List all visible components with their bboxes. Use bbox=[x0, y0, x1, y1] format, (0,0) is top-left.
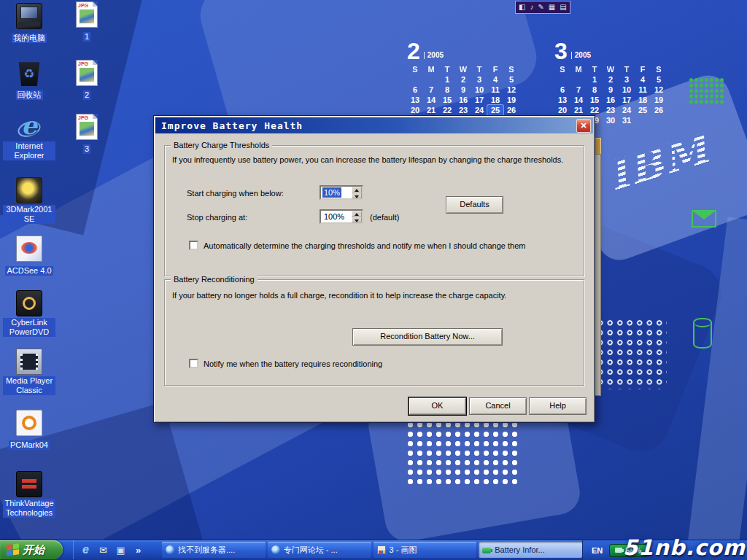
task-buttons: 找不到服务器....专门网论坛 - ...3 - 画图Battery Infor… bbox=[162, 542, 582, 558]
desktop-icon-label: Internet Explorer bbox=[3, 141, 55, 160]
jpg-file-icon: JPG bbox=[76, 60, 98, 86]
battery-reconditioning-group: Battery Reconditioning If your battery n… bbox=[164, 279, 584, 386]
pcmark-icon bbox=[16, 410, 42, 436]
desktop-file-label: 3 bbox=[83, 144, 90, 154]
battery-icon bbox=[482, 548, 491, 553]
3dmark-icon bbox=[16, 177, 42, 203]
start-charging-label: Start charging when below: bbox=[187, 189, 284, 198]
internet-explorer-icon bbox=[17, 115, 42, 140]
spinner-buttons bbox=[352, 211, 362, 222]
start-charging-value[interactable]: 10% bbox=[322, 187, 341, 198]
desktop-icon-label: 回收站 bbox=[16, 90, 43, 100]
taskbar-task-battery[interactable]: Battery Infor... bbox=[479, 542, 582, 558]
start-label: 开始 bbox=[23, 543, 44, 557]
my-computer-icon bbox=[16, 3, 42, 29]
down-arrow-icon bbox=[355, 195, 359, 198]
notify-reconditioning-label: Notify me when the battery requires reco… bbox=[204, 359, 572, 368]
grid-icon[interactable]: ▦ bbox=[549, 2, 555, 12]
jpg-file-icon: JPG bbox=[76, 1, 98, 28]
dialog-titlebar[interactable]: Improve Battery Health ✕ bbox=[155, 117, 593, 133]
desktop-icon-thinkvantage[interactable]: ThinkVantage Technologies bbox=[3, 471, 55, 518]
notify-reconditioning-checkbox[interactable] bbox=[189, 359, 198, 368]
desktop-icon-3dmark[interactable]: 3DMark2001 SE bbox=[3, 177, 55, 225]
help-button[interactable]: Help bbox=[529, 397, 587, 415]
show-desktop-icon[interactable]: ▣ bbox=[115, 545, 127, 556]
desktop-icon-pcmark[interactable]: PCMark04 bbox=[3, 410, 55, 451]
overflow-icon[interactable]: » bbox=[132, 545, 144, 556]
taskbar-task-forum[interactable]: 专门网论坛 - ... bbox=[268, 542, 371, 558]
powerdvd-icon bbox=[16, 290, 42, 316]
task-button-label: Battery Infor... bbox=[495, 545, 544, 554]
acdsee-icon bbox=[16, 236, 42, 262]
thinkvantage-icon bbox=[16, 471, 42, 497]
window-icon[interactable]: ◧ bbox=[519, 2, 525, 12]
reconditioning-description: If your battery no longer holds a full c… bbox=[172, 291, 575, 300]
spinner-buttons bbox=[352, 187, 362, 198]
ie-icon[interactable]: e bbox=[80, 543, 92, 556]
paint-icon bbox=[377, 545, 386, 554]
cancel-button[interactable]: Cancel bbox=[469, 397, 527, 415]
battery-icon bbox=[615, 548, 622, 553]
spin-up-button[interactable] bbox=[352, 211, 362, 217]
recycle-bin-icon bbox=[17, 61, 42, 86]
desktop-icon-powerdvd[interactable]: CyberLink PowerDVD bbox=[3, 290, 55, 338]
task-button-label: 3 - 画图 bbox=[390, 545, 417, 556]
taskbar-task-paint[interactable]: 3 - 画图 bbox=[374, 542, 477, 558]
top-toolbar[interactable]: ◧♪✎▦▤ bbox=[515, 1, 570, 14]
watermark: 51nb.com bbox=[623, 535, 746, 560]
mpc-icon bbox=[16, 349, 42, 375]
auto-determine-label: Automatically determine the charging thr… bbox=[204, 241, 572, 250]
jpg-file-icon: JPG bbox=[76, 114, 98, 140]
defaults-button[interactable]: Defaults bbox=[446, 196, 503, 214]
task-button-label: 找不到服务器.... bbox=[178, 545, 235, 556]
task-button-label: 专门网论坛 - ... bbox=[284, 545, 338, 556]
start-charging-spinner[interactable]: 10% bbox=[320, 185, 363, 200]
jpg-badge: JPG bbox=[78, 115, 88, 120]
dialog-title: Improve Battery Health bbox=[155, 120, 576, 131]
desktop: IBM ◧♪✎▦▤ 22005SMTWTFS123456789101112131… bbox=[0, 0, 747, 560]
auto-determine-checkbox[interactable] bbox=[189, 241, 198, 250]
desktop-file-2[interactable]: JPG2 bbox=[70, 60, 104, 101]
desktop-icon-my-computer[interactable]: 我的电脑 bbox=[3, 3, 55, 44]
stop-charging-label: Stop charging at: bbox=[187, 213, 247, 222]
spin-down-button[interactable] bbox=[352, 192, 362, 198]
language-indicator[interactable]: EN bbox=[592, 546, 603, 555]
pen-icon[interactable]: ✎ bbox=[538, 2, 543, 12]
jpg-badge: JPG bbox=[78, 61, 88, 66]
desktop-file-1[interactable]: JPG1 bbox=[70, 1, 104, 42]
desktop-icon-recycle-bin[interactable]: 回收站 bbox=[3, 61, 55, 101]
default-note: (default) bbox=[370, 213, 399, 222]
desktop-file-label: 2 bbox=[83, 90, 90, 100]
stop-charging-value[interactable]: 100% bbox=[322, 211, 346, 222]
desktop-file-label: 1 bbox=[83, 32, 90, 42]
thresholds-description: If you infrequently use battery power, y… bbox=[172, 155, 575, 164]
up-arrow-icon bbox=[355, 213, 359, 216]
desktop-file-3[interactable]: JPG3 bbox=[70, 114, 104, 155]
up-arrow-icon bbox=[355, 189, 359, 192]
start-button[interactable]: 开始 bbox=[0, 540, 63, 559]
desktop-icon-label: 我的电脑 bbox=[12, 34, 47, 43]
group-title: Battery Reconditioning bbox=[171, 275, 258, 284]
desktop-icon-acdsee[interactable]: ACDSee 4.0 bbox=[3, 236, 55, 276]
recondition-battery-button[interactable]: Recondition Battery Now... bbox=[352, 328, 503, 346]
battery-charge-thresholds-group: Battery Charge Thresholds If you infrequ… bbox=[164, 145, 584, 276]
sound-icon[interactable]: ♪ bbox=[530, 2, 533, 12]
desktop-icon-internet-explorer[interactable]: Internet Explorer bbox=[3, 115, 55, 161]
stop-charging-spinner[interactable]: 100% bbox=[320, 209, 363, 224]
mail-icon[interactable]: ✉ bbox=[97, 545, 109, 556]
spin-down-button[interactable] bbox=[352, 217, 362, 222]
desktop-icon-label: Media Player Classic bbox=[3, 376, 55, 395]
ie-icon bbox=[166, 545, 174, 554]
desktop-icon-label: CyberLink PowerDVD bbox=[3, 318, 55, 337]
taskbar-task-server[interactable]: 找不到服务器.... bbox=[162, 542, 266, 558]
desktop-icon-label: ACDSee 4.0 bbox=[5, 266, 53, 276]
group-title: Battery Charge Thresholds bbox=[171, 141, 272, 150]
ok-button[interactable]: OK bbox=[409, 397, 466, 415]
down-arrow-icon bbox=[355, 219, 359, 222]
close-icon[interactable]: ✕ bbox=[576, 119, 591, 133]
desktop-icon-label: PCMark04 bbox=[9, 440, 50, 450]
doc-icon[interactable]: ▤ bbox=[560, 2, 566, 12]
spin-up-button[interactable] bbox=[352, 187, 362, 192]
desktop-icon-mpc[interactable]: Media Player Classic bbox=[3, 349, 55, 396]
ie-icon bbox=[271, 545, 280, 554]
